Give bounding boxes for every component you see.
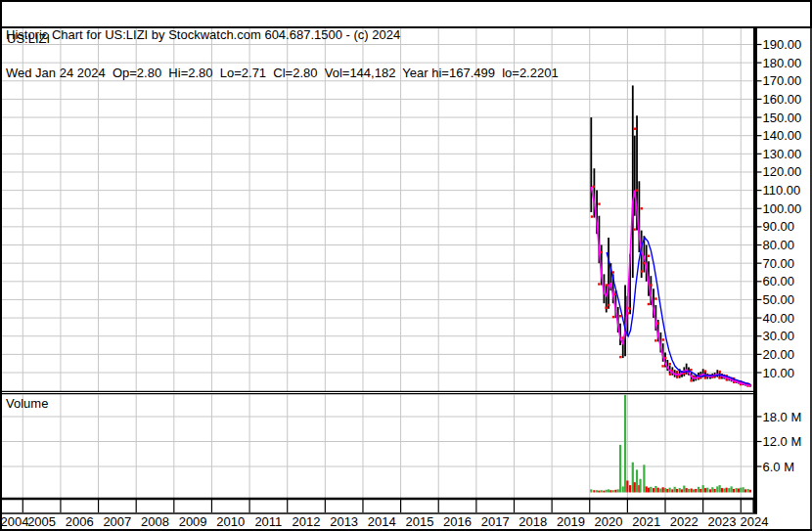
year-label: 2012	[293, 514, 321, 529]
year-label: 2018	[519, 514, 547, 529]
volume-bar	[714, 489, 716, 493]
price-dot	[654, 297, 656, 299]
volume-bar	[650, 487, 652, 493]
price-dot	[676, 376, 678, 377]
price-dot	[669, 374, 671, 376]
volume-pane-label: Volume	[6, 396, 48, 411]
volume-bar	[622, 486, 624, 492]
volume-bar	[608, 489, 609, 492]
year-label: 2019	[557, 514, 585, 529]
volume-bar	[657, 488, 659, 493]
price-tick-label: 140.00	[763, 128, 802, 143]
volume-bar	[674, 487, 676, 493]
price-dot	[591, 215, 593, 217]
year-label: 2021	[632, 514, 660, 529]
symbol-label: US:LIZI	[7, 31, 50, 46]
volume-bar	[614, 490, 616, 493]
year-label: 2006	[66, 514, 94, 529]
price-dot	[641, 270, 643, 272]
volume-tick-label: 18.0 M	[763, 410, 802, 424]
volume-bar	[704, 488, 706, 492]
price-tick-label: 130.00	[763, 147, 802, 161]
volume-bar	[653, 488, 654, 492]
price-dot	[662, 338, 664, 340]
volume-bar	[711, 487, 713, 492]
year-label: 2015	[405, 514, 433, 529]
year-label: 2024	[741, 514, 769, 529]
price-dot	[718, 376, 720, 378]
volume-bar	[659, 489, 661, 493]
volume-bar	[688, 489, 690, 493]
volume-bar	[639, 479, 641, 493]
price-tick-label: 110.00	[763, 183, 801, 198]
volume-bar	[654, 486, 656, 493]
volume-bar	[603, 491, 605, 493]
price-tick-label: 30.00	[763, 329, 795, 343]
volume-bar	[626, 480, 628, 492]
volume-bar	[676, 489, 678, 493]
price-dot	[598, 202, 600, 204]
price-dot	[606, 284, 608, 286]
price-dot	[648, 303, 650, 305]
year-label: 2011	[254, 514, 282, 529]
volume-bar	[709, 489, 711, 492]
price-tick-label: 60.00	[763, 274, 795, 288]
volume-bar	[725, 488, 727, 493]
price-dot	[704, 376, 706, 378]
volume-bar	[721, 488, 723, 492]
volume-bar	[693, 489, 695, 492]
price-tick-label: 70.00	[763, 256, 795, 271]
volume-bar	[731, 486, 733, 492]
volume-bar	[698, 487, 699, 493]
price-dot	[657, 322, 659, 324]
volume-bar	[590, 489, 592, 492]
year-label: 2009	[179, 514, 207, 529]
volume-bar	[706, 488, 708, 493]
volume-bar	[740, 488, 742, 493]
price-dot	[650, 284, 652, 286]
price-dot	[629, 308, 631, 310]
volume-bar	[629, 485, 631, 492]
price-dot	[661, 365, 663, 367]
volume-bar	[736, 488, 738, 492]
volume-bar	[683, 486, 685, 493]
price-tick-label: 20.00	[763, 347, 795, 362]
year-label: 2005	[27, 514, 56, 529]
volume-bar	[669, 488, 671, 493]
price-dot	[641, 207, 643, 209]
volume-bar	[742, 487, 744, 492]
volume-bar	[596, 490, 598, 492]
volume-bar	[646, 486, 648, 492]
volume-bar	[728, 488, 730, 492]
chart-window: 190.00180.00170.00160.00150.00140.00130.…	[0, 0, 812, 531]
volume-bar	[749, 490, 751, 493]
year-label: 2013	[330, 514, 358, 529]
year-label: 2004	[1, 514, 29, 529]
volume-bar	[686, 488, 688, 492]
price-dot	[636, 189, 638, 191]
volume-bar	[601, 490, 603, 492]
volume-bar	[643, 465, 645, 492]
volume-tick-label: 6.0 M	[763, 460, 795, 474]
price-dot	[633, 228, 635, 230]
year-label: 2014	[368, 514, 396, 529]
price-dot	[619, 315, 621, 317]
year-label: 2022	[670, 514, 699, 529]
price-dot	[648, 255, 650, 257]
volume-bar	[664, 488, 666, 492]
year-label: 2017	[481, 514, 510, 529]
volume-bar	[606, 490, 608, 493]
volume-bar	[666, 489, 668, 493]
price-dot	[634, 128, 636, 130]
price-dot	[608, 304, 609, 306]
volume-bar	[632, 463, 634, 493]
price-dot	[601, 251, 603, 253]
price-dot	[619, 356, 621, 358]
volume-bar	[679, 488, 681, 492]
price-dot	[654, 339, 656, 341]
volume-bar	[691, 489, 693, 493]
volume-bar	[738, 489, 740, 493]
volume-bar	[636, 469, 638, 492]
volume-bar	[702, 485, 704, 492]
price-dot	[669, 363, 671, 365]
